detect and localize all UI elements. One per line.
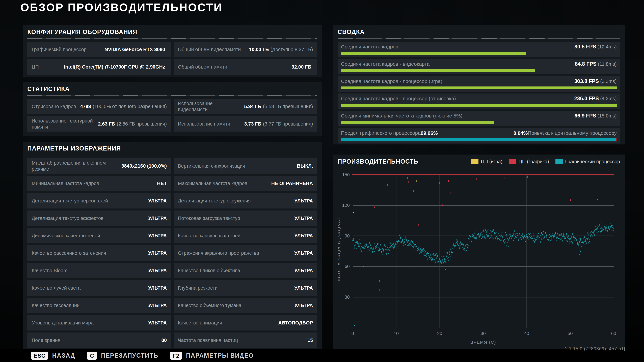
footer-keybar: ESC НАЗАД C ПЕРЕЗАПУСТИТЬ F2 ПАРАМЕТРЫ В… (0, 349, 644, 362)
summary-row-ms: (11.8ms) (598, 61, 617, 67)
svg-text:120: 120 (342, 203, 350, 208)
image-param-label: Детализация текстур персонажей (32, 198, 108, 204)
image-param-label: Уровень детализации мира (32, 320, 94, 326)
image-param-row: Качество объёмного тумана УЛЬТРА (174, 298, 318, 313)
image-param-value: УЛЬТРА (148, 303, 167, 308)
image-param-row: Вертикальная синхронизация ВЫКЛ. (174, 158, 318, 174)
key-f2[interactable]: F2 (170, 352, 182, 360)
image-param-row: Минимальная частота кадров НЕТ (27, 176, 171, 191)
chart-legend: ЦП (игра) ЦП (графика) Графический проце… (471, 159, 620, 164)
statistics-row-note: (100.0% от полного разрешения) (93, 104, 167, 109)
summary-row-label: Средняя частота кадров (341, 44, 398, 50)
statistics-row-note: (5.53 ГБ превышения) (263, 104, 313, 109)
image-params-grid: Масштаб разрешения в оконном режиме 3840… (27, 158, 317, 348)
summary-row-ms: (3.3ms) (600, 79, 617, 84)
image-param-row: Масштаб разрешения в оконном режиме 3840… (27, 158, 171, 174)
cpu-bound-label: Привязка к центральному процессору (528, 130, 617, 136)
performance-chart: 3060901201500102030405060ВРЕМЯ (С)ЧАСТОТ… (338, 169, 620, 346)
image-param-row: Качество капсульных теней УЛЬТРА (174, 228, 318, 243)
statistics-row: Использование видеопамяти 5.34 ГБ(5.53 Г… (174, 99, 318, 114)
image-param-value: УЛЬТРА (294, 198, 313, 203)
image-param-row: Поле зрения 80 (27, 333, 171, 348)
image-param-row: Частота появления частиц 15 (174, 333, 318, 348)
svg-text:150: 150 (342, 172, 350, 177)
hardware-row-label: ЦП (32, 64, 39, 70)
statistics-row: Отрисовано кадров 4793(100.0% от полного… (27, 99, 171, 114)
summary-row-fps: 80.5 FPS (574, 44, 596, 50)
summary-row: Средняя частота кадров - процессор (отри… (338, 93, 620, 109)
statistics-row-value: 3.73 ГБ (244, 121, 261, 126)
statistics-row-value: 2.63 ГБ (98, 121, 115, 126)
image-param-label: Вертикальная синхронизация (178, 163, 245, 169)
hardware-row-label: Графический процессор (32, 46, 86, 52)
legend-label: Графический процессор (565, 159, 620, 164)
cpu-bound-bar (616, 138, 617, 141)
summary-row-fps: 66.9 FPS (574, 113, 596, 119)
image-param-value: УЛЬТРА (294, 216, 313, 221)
image-param-value: 3840x2160 (100.0%) (122, 163, 167, 169)
fps-bar (341, 52, 526, 55)
svg-text:20: 20 (437, 331, 442, 336)
summary-header: СВОДКА (338, 28, 620, 36)
image-param-value: УЛЬТРА (148, 250, 167, 256)
hardware-config-panel: КОНФИГУРАЦИЯ ОБОРУДОВАНИЯ Графический пр… (23, 25, 322, 77)
image-param-label: Качество тесселяции (32, 302, 80, 308)
statistics-row-value: 4793 (80, 104, 91, 109)
statistics-row-label: Использование текстурной памяти (32, 118, 96, 130)
statistics-row-value: 5.34 ГБ (244, 104, 261, 109)
image-params-panel: ПАРАМЕТРЫ ИЗОБРАЖЕНИЯ Масштаб разрешения… (23, 142, 322, 349)
image-param-value: УЛЬТРА (148, 268, 167, 273)
image-param-value: УЛЬТРА (294, 250, 313, 256)
fps-bar (341, 104, 617, 107)
svg-text:90: 90 (345, 233, 350, 239)
legend-swatch-icon (556, 159, 563, 164)
key-f2-label: ПАРАМЕТРЫ ВИДЕО (186, 352, 254, 359)
summary-row: Средняя частота кадров - процессор (игра… (338, 76, 620, 92)
image-param-label: Масштаб разрешения в оконном режиме (32, 160, 119, 172)
image-param-row: Качество тесселяции УЛЬТРА (27, 298, 171, 313)
image-param-value: 80 (161, 338, 167, 343)
image-param-row: Детализация текстур персонажей УЛЬТРА (27, 193, 171, 209)
image-param-row: Качество анимации АВТОПОДБОР (174, 315, 318, 331)
section-divider (27, 38, 317, 39)
image-param-label: Потоковая загрузка текстур (178, 215, 240, 221)
hardware-row-label: Общий объем видеопамяти (178, 46, 241, 52)
version-text: 1.1.15.0 (7280369) [457.51] (565, 346, 625, 352)
image-param-value: УЛЬТРА (148, 233, 167, 238)
section-divider (338, 168, 620, 168)
summary-row-label: Средняя частота кадров - видеокарта (341, 61, 430, 67)
statistics-row-label: Отрисовано кадров (32, 103, 76, 109)
image-params-header: ПАРАМЕТРЫ ИЗОБРАЖЕНИЯ (27, 145, 317, 152)
cpu-bound-pct: 0.04% (514, 130, 528, 136)
image-param-value: НЕ ОГРАНИЧЕНА (271, 181, 313, 186)
image-param-label: Поле зрения (32, 337, 60, 343)
summary-row-label: Средняя минимальная частота кадров (нижн… (341, 113, 462, 119)
image-param-value: ВЫКЛ. (297, 163, 313, 169)
key-esc-label: НАЗАД (52, 352, 75, 359)
legend-swatch-icon (471, 159, 478, 164)
image-param-label: Качество анимации (178, 320, 222, 326)
legend-item: ЦП (игра) (471, 159, 502, 164)
summary-row: Средняя частота кадров - видеокарта 84.8… (338, 59, 620, 74)
gpu-bound-row: Предел графического процессора 99.96% 0.… (338, 128, 620, 143)
image-param-value: УЛЬТРА (294, 303, 313, 308)
image-param-value: УЛЬТРА (294, 233, 313, 238)
legend-item: Графический процессор (556, 159, 620, 164)
key-esc[interactable]: ESC (31, 352, 48, 360)
benchmark-overview-screen: ОБЗОР ПРОИЗВОДИТЕЛЬНОСТИ КОНФИГУРАЦИЯ ОБ… (0, 0, 644, 362)
image-param-label: Качество капсульных теней (178, 233, 240, 239)
hardware-row: Общий объем видеопамяти 10.00 ГБ(Доступн… (174, 42, 318, 57)
statistics-row-note: (2.86 ГБ превышения) (117, 121, 167, 126)
image-param-row: Максимальная частота кадров НЕ ОГРАНИЧЕН… (174, 176, 318, 191)
section-divider (27, 95, 317, 96)
image-param-label: Детализация текстур окружения (178, 198, 251, 204)
image-param-row: Детализация текстур эффектов УЛЬТРА (27, 211, 171, 226)
image-param-label: Глубина резкости (178, 285, 218, 291)
image-param-row: Качество лучей света УЛЬТРА (27, 280, 171, 296)
summary-row-ms: (12.4ms) (598, 44, 617, 49)
gpu-bound-label: Предел графического процессора (341, 130, 420, 136)
image-param-row: Качество рассеянного затенения УЛЬТРА (27, 245, 171, 261)
summary-row-ms: (4.2ms) (600, 96, 617, 101)
key-c[interactable]: C (87, 352, 97, 360)
image-param-row: Детализация текстур окружения УЛЬТРА (174, 193, 318, 209)
